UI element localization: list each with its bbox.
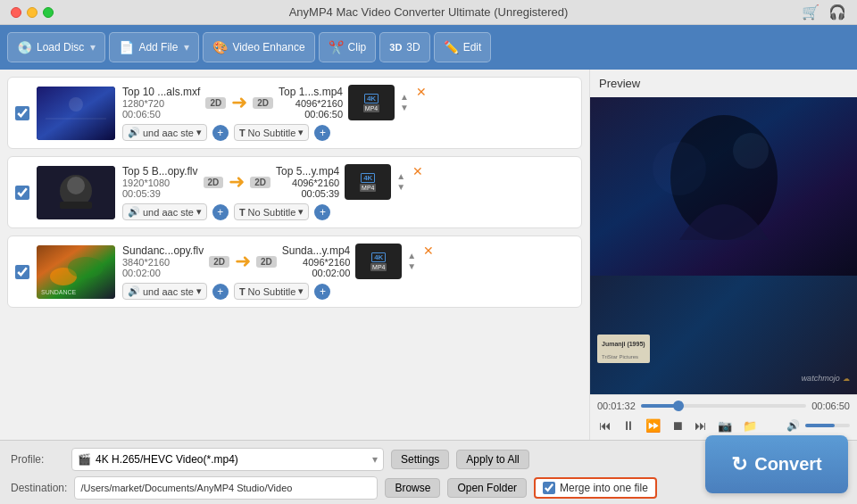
3d-button[interactable]: 3D 3D [379, 32, 429, 62]
subtitle-select-2[interactable]: T No Subtitle ▾ [234, 203, 310, 220]
volume-row: 🔊 [785, 417, 850, 434]
subtitle-arrow-2: ▾ [298, 206, 304, 218]
add-subtitle-btn-1[interactable]: + [314, 125, 330, 141]
load-disc-label: Load Disc [37, 41, 84, 54]
next-frame-button[interactable]: ⏭ [693, 417, 709, 434]
svg-rect-3 [46, 118, 106, 120]
arrow-down-3[interactable]: ▼ [407, 261, 416, 272]
file-checkbox-1[interactable] [15, 106, 29, 120]
subtitle-value-1: No Subtitle [248, 128, 296, 138]
close-button[interactable] [11, 7, 21, 18]
add-file-button[interactable]: 📄 Add File ▾ [109, 32, 199, 62]
src-dim-3: 3840*2160 [122, 257, 204, 268]
settings-button[interactable]: Settings [391, 450, 449, 469]
audio-arrow-3: ▾ [196, 285, 202, 297]
apply-to-all-button[interactable]: Apply to All [456, 450, 528, 469]
file-close-2[interactable]: ✕ [412, 164, 423, 178]
time-total: 00:06:50 [811, 401, 850, 411]
src-filename-1: Top 10 ...als.mxf [122, 86, 200, 98]
file-checkbox-2[interactable] [15, 186, 29, 200]
audio-select-3[interactable]: 🔊 und aac ste ▾ [122, 283, 207, 300]
video-enhance-button[interactable]: 🎨 Video Enhance [203, 32, 314, 62]
subtitle-select-3[interactable]: T No Subtitle ▾ [234, 283, 310, 300]
convert-arrow-3: ➜ [235, 250, 251, 273]
add-file-arrow[interactable]: ▾ [184, 41, 189, 54]
edit-button[interactable]: ✏️ Edit [434, 32, 492, 62]
progress-thumb[interactable] [673, 401, 684, 411]
minimize-button[interactable] [27, 7, 37, 18]
file-thumbnail-2 [37, 166, 115, 219]
profile-select[interactable]: 🎬 4K H.265/HEVC Video(*.mp4) ▾ [71, 448, 384, 471]
file-thumbnail-3: SUNDANCE [37, 245, 115, 299]
load-disc-arrow[interactable]: ▾ [90, 41, 96, 54]
file-info-3: Sundanc...opy.flv 3840*2160 00:02:00 2D … [122, 244, 574, 300]
svg-point-2 [69, 97, 83, 112]
file-close-1[interactable]: ✕ [416, 85, 427, 99]
folder-button[interactable]: 📁 [741, 417, 759, 434]
arrow-up-3[interactable]: ▲ [407, 251, 416, 261]
browse-button[interactable]: Browse [385, 478, 440, 498]
merge-label: Merge into one file [560, 482, 648, 494]
fast-forward-button[interactable]: ⏩ [644, 417, 662, 434]
audio-icon-1: 🔊 [128, 127, 140, 138]
svg-rect-1 [37, 87, 115, 140]
output-thumb-3: 4K MP4 [355, 244, 402, 279]
add-audio-btn-1[interactable]: + [212, 125, 229, 141]
prev-frame-button[interactable]: ⏮ [597, 417, 613, 434]
title-bar: AnyMP4 Mac Video Converter Ultimate (Unr… [0, 0, 857, 25]
file-list: Top 10 ...als.mxf 1280*720 00:06:50 2D ➜… [0, 70, 589, 440]
arrow-up-1[interactable]: ▲ [400, 92, 409, 103]
output-thumb-2: 4K MP4 [345, 164, 391, 200]
add-file-icon: 📄 [119, 40, 134, 54]
add-subtitle-btn-2[interactable]: + [314, 204, 330, 220]
subtitle-arrow-1: ▾ [298, 127, 304, 138]
src-dim-2: 1920*1080 [122, 178, 198, 188]
dst-dim-3: 4096*2160 [282, 257, 351, 268]
item-sort-arrows-1: ▲ ▼ [400, 92, 409, 113]
arrow-down-1[interactable]: ▼ [400, 103, 409, 113]
subtitle-icon-2: T [239, 207, 245, 218]
merge-checkbox[interactable] [543, 482, 555, 494]
audio-value-2: und aac ste [143, 207, 194, 218]
convert-arrow-2: ➜ [229, 170, 245, 194]
progress-row: 00:01:32 00:06:50 [597, 401, 850, 411]
open-folder-button[interactable]: Open Folder [447, 478, 527, 498]
preview-header: Preview [590, 70, 857, 97]
3d-label: 3D [406, 41, 420, 54]
subtitle-select-1[interactable]: T No Subtitle ▾ [234, 124, 310, 141]
convert-button[interactable]: ↻ Convert [705, 435, 848, 493]
arrow-up-2[interactable]: ▲ [396, 171, 405, 182]
dst-filename-2: Top 5...y.mp4 [276, 165, 339, 178]
item-sort-arrows-2: ▲ ▼ [396, 171, 405, 193]
clip-button[interactable]: ✂️ Clip [319, 32, 377, 62]
dest-input[interactable] [74, 476, 378, 500]
cart-icon[interactable]: 🛒 [802, 4, 820, 21]
src-dim-1: 1280*720 [122, 98, 200, 109]
dst-badge-2d-2: 2D [250, 177, 270, 188]
src-dur-1: 00:06:50 [122, 109, 200, 120]
stop-button[interactable]: ⏹ [670, 417, 686, 434]
progress-bar[interactable] [641, 404, 806, 408]
maximize-button[interactable] [43, 7, 54, 18]
profile-icon: 🎬 [78, 453, 91, 466]
snapshot-button[interactable]: 📷 [716, 417, 734, 434]
load-disc-button[interactable]: 💿 Load Disc ▾ [7, 32, 105, 62]
window-title: AnyMP4 Mac Video Converter Ultimate (Unr… [289, 5, 569, 19]
subtitle-arrow-3: ▾ [298, 285, 304, 297]
audio-select-2[interactable]: 🔊 und aac ste ▾ [122, 203, 207, 220]
add-audio-btn-3[interactable]: + [212, 284, 229, 300]
settings-icon[interactable]: 🎧 [828, 4, 846, 21]
audio-select-1[interactable]: 🔊 und aac ste ▾ [122, 124, 207, 141]
traffic-lights [11, 7, 54, 18]
play-pause-button[interactable]: ⏸ [620, 417, 637, 434]
volume-button[interactable]: 🔊 [785, 417, 802, 434]
volume-bar[interactable] [805, 424, 850, 427]
add-subtitle-btn-3[interactable]: + [314, 284, 330, 300]
arrow-down-2[interactable]: ▼ [396, 182, 405, 193]
file-close-3[interactable]: ✕ [423, 244, 434, 258]
subtitle-icon-3: T [239, 286, 245, 297]
svg-point-10 [68, 257, 104, 278]
add-audio-btn-2[interactable]: + [212, 204, 229, 220]
dst-dur-1: 00:06:50 [279, 109, 343, 120]
file-checkbox-3[interactable] [15, 265, 29, 279]
